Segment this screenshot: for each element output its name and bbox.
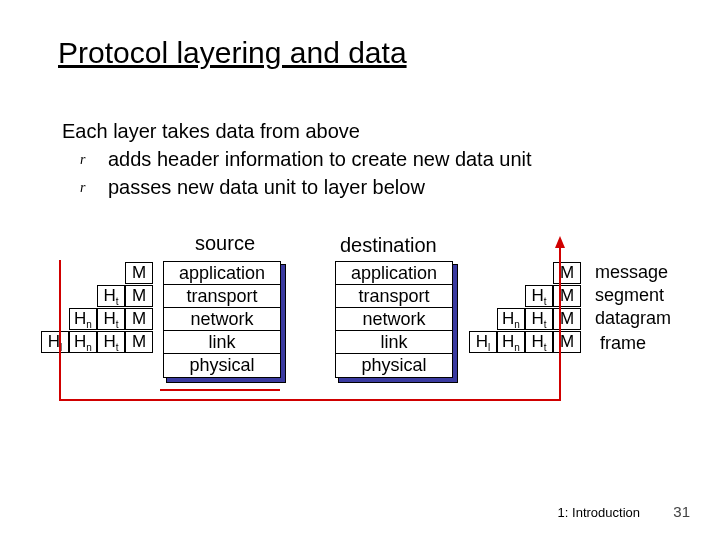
dst-seg-M: M xyxy=(553,285,581,307)
source-stack: application transport network link physi… xyxy=(166,264,286,383)
bullet-1: radds header information to create new d… xyxy=(80,148,532,171)
src-frm-Ht: Ht xyxy=(97,331,125,353)
pdu-frame: frame xyxy=(600,333,646,354)
slide-title: Protocol layering and data xyxy=(58,36,407,70)
src-seg-M: M xyxy=(125,285,153,307)
layer-network: network xyxy=(164,308,280,331)
pdu-segment: segment xyxy=(595,285,664,306)
bullet-glyph: r xyxy=(80,180,108,196)
layer-link: link xyxy=(164,331,280,354)
bullet-2: rpasses new data unit to layer below xyxy=(80,176,425,199)
layer-application: application xyxy=(336,262,452,285)
layer-network: network xyxy=(336,308,452,331)
dst-msg-M: M xyxy=(553,262,581,284)
footer-page: 31 xyxy=(673,503,690,520)
layer-physical: physical xyxy=(164,354,280,377)
intro-line: Each layer takes data from above xyxy=(62,120,360,143)
footer-chapter: 1: Introduction xyxy=(558,505,640,520)
layer-transport: transport xyxy=(336,285,452,308)
dst-frm-Ht: Ht xyxy=(525,331,553,353)
dst-seg-Ht: Ht xyxy=(525,285,553,307)
dst-dat-M: M xyxy=(553,308,581,330)
dst-frm-Hl: Hl xyxy=(469,331,497,353)
dst-dat-Ht: Ht xyxy=(525,308,553,330)
dst-dat-Hn: Hn xyxy=(497,308,525,330)
src-frm-Hn: Hn xyxy=(69,331,97,353)
pdu-datagram: datagram xyxy=(595,308,671,329)
arrowhead-icon xyxy=(555,236,565,248)
destination-stack: application transport network link physi… xyxy=(338,264,458,383)
layer-link: link xyxy=(336,331,452,354)
src-dat-Hn: Hn xyxy=(69,308,97,330)
src-frm-M: M xyxy=(125,331,153,353)
pdu-message: message xyxy=(595,262,668,283)
src-msg-M: M xyxy=(125,262,153,284)
destination-label: destination xyxy=(340,234,437,257)
src-seg-Ht: Ht xyxy=(97,285,125,307)
layer-physical: physical xyxy=(336,354,452,377)
dst-frm-Hn: Hn xyxy=(497,331,525,353)
src-dat-M: M xyxy=(125,308,153,330)
bullet-glyph: r xyxy=(80,152,108,168)
source-label: source xyxy=(195,232,255,255)
dst-frm-M: M xyxy=(553,331,581,353)
src-frm-Hl: Hl xyxy=(41,331,69,353)
layer-application: application xyxy=(164,262,280,285)
layer-transport: transport xyxy=(164,285,280,308)
src-dat-Ht: Ht xyxy=(97,308,125,330)
